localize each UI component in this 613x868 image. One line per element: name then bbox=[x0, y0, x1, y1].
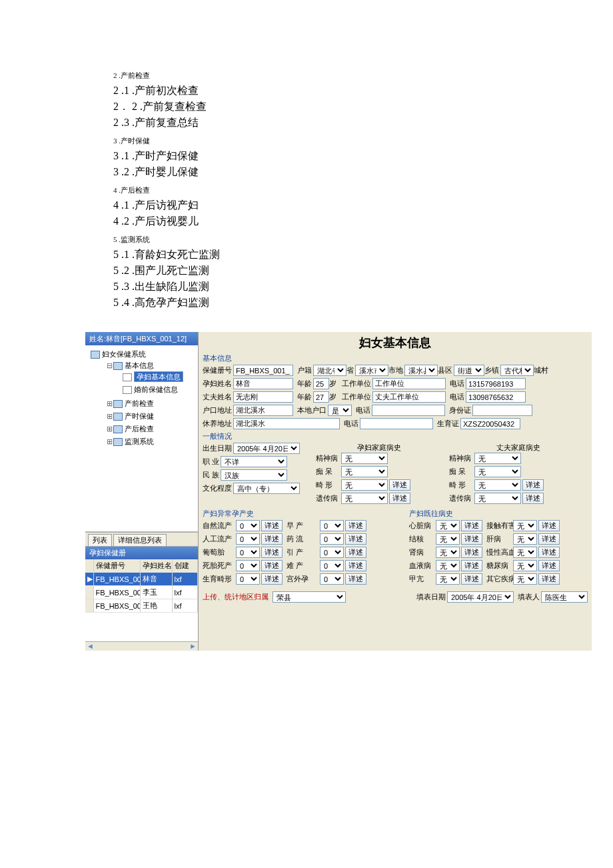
abnormal-select[interactable]: 0 bbox=[236, 520, 260, 531]
county-select[interactable]: 溪水县 bbox=[404, 365, 438, 376]
detail-button[interactable]: 详述 bbox=[538, 533, 560, 545]
detail-button[interactable]: 详述 bbox=[461, 573, 482, 585]
detail-button[interactable]: 详述 bbox=[461, 533, 482, 545]
tree-pregnant-basic[interactable]: 孕妇基本信息 bbox=[120, 371, 195, 383]
nav-tree[interactable]: 妇女保健系统 ⊟基本信息 孕妇基本信息 婚前保健信息 ⊞产前检查 ⊞产时保健 ⊞… bbox=[85, 345, 198, 532]
medhist-select[interactable]: 无 bbox=[513, 520, 537, 531]
hkaddr-input[interactable] bbox=[233, 405, 293, 416]
table-row[interactable]: FB_HBXS_001王艳lxf bbox=[85, 599, 198, 613]
birth-select[interactable]: 2005年 4月20日 bbox=[233, 443, 300, 454]
tree-root[interactable]: 妇女保健系统 ⊟基本信息 孕妇基本信息 婚前保健信息 ⊞产前检查 ⊞产时保健 ⊞… bbox=[88, 348, 195, 449]
hered-p-detail-button[interactable]: 详述 bbox=[389, 493, 410, 504]
deform-p-detail-button[interactable]: 详述 bbox=[389, 479, 410, 491]
h-scrollbar[interactable]: ◄ ► bbox=[85, 641, 198, 651]
detail-button[interactable]: 详述 bbox=[261, 573, 283, 585]
detail-button[interactable]: 详述 bbox=[345, 547, 366, 558]
medhist-select[interactable]: 无 bbox=[513, 560, 537, 571]
hered-h-detail-button[interactable]: 详述 bbox=[522, 493, 544, 504]
medhist-select[interactable]: 无 bbox=[513, 533, 537, 545]
detail-button[interactable]: 详述 bbox=[538, 547, 560, 558]
tel1-input[interactable] bbox=[372, 405, 445, 416]
localhk-select[interactable]: 是 bbox=[328, 405, 352, 416]
detail-button[interactable]: 详述 bbox=[345, 573, 366, 585]
filldate-select[interactable]: 2005年 4月20日 bbox=[447, 591, 514, 603]
mental-h-select[interactable]: 无 bbox=[474, 453, 521, 464]
col-creator[interactable]: 创建 bbox=[172, 559, 198, 573]
medhist-select[interactable]: 无 bbox=[513, 547, 537, 558]
dull-h-select[interactable]: 无 bbox=[474, 466, 521, 477]
detail-button[interactable]: 详述 bbox=[538, 520, 560, 531]
deform-h-select[interactable]: 无 bbox=[474, 479, 521, 491]
detail-button[interactable]: 详述 bbox=[538, 560, 560, 571]
deform-p-select[interactable]: 无 bbox=[341, 479, 388, 491]
scroll-right-icon[interactable]: ► bbox=[189, 642, 197, 651]
abnormal-select[interactable]: 0 bbox=[320, 520, 344, 531]
table-row[interactable]: FB_HBXS_001李玉lxf bbox=[85, 586, 198, 599]
tree-intrapartum[interactable]: ⊞产时保健 bbox=[104, 410, 195, 423]
pname-input[interactable] bbox=[233, 378, 293, 389]
bookno-input[interactable] bbox=[233, 365, 293, 376]
tree-premarital[interactable]: 婚前保健信息 bbox=[120, 383, 195, 396]
tree-prenatal[interactable]: ⊞产前检查 bbox=[104, 397, 195, 410]
medhist-select[interactable]: 无 bbox=[513, 573, 537, 585]
scroll-left-icon[interactable]: ◄ bbox=[87, 642, 94, 651]
abnormal-select[interactable]: 0 bbox=[320, 547, 344, 558]
hage-input[interactable] bbox=[313, 391, 329, 403]
abnormal-select[interactable]: 0 bbox=[320, 573, 344, 585]
table-row[interactable]: ▶FB_HBXS_001林音lxf bbox=[85, 573, 198, 586]
tree-basic-info[interactable]: ⊟基本信息 孕妇基本信息 婚前保健信息 bbox=[104, 359, 195, 397]
detail-button[interactable]: 详述 bbox=[345, 520, 366, 531]
detail-button[interactable]: 详述 bbox=[461, 560, 482, 571]
pphone-input[interactable] bbox=[466, 378, 526, 389]
record-grid[interactable]: 保健册号 孕妇姓名 创建 ▶FB_HBXS_001林音lxfFB_HBXS_00… bbox=[85, 559, 198, 641]
workunit-input[interactable] bbox=[372, 378, 446, 389]
detail-button[interactable]: 详述 bbox=[461, 547, 482, 558]
hered-h-select[interactable]: 无 bbox=[474, 493, 521, 504]
edu-select[interactable]: 高中（专） bbox=[233, 483, 300, 494]
medhist-select[interactable]: 无 bbox=[436, 520, 460, 531]
abnormal-select[interactable]: 0 bbox=[236, 560, 260, 571]
tab-list[interactable]: 列表 bbox=[88, 534, 112, 546]
hname-input[interactable] bbox=[233, 391, 293, 403]
detail-button[interactable]: 详述 bbox=[538, 573, 560, 585]
col-bookno[interactable]: 保健册号 bbox=[93, 559, 140, 573]
hered-p-select[interactable]: 无 bbox=[341, 493, 388, 504]
abnormal-select[interactable]: 0 bbox=[320, 533, 344, 545]
deform-h-detail-button[interactable]: 详述 bbox=[522, 479, 544, 491]
village-select[interactable]: 古代村 bbox=[500, 365, 534, 376]
tree-monitor[interactable]: ⊞监测系统 bbox=[104, 435, 195, 448]
medhist-select[interactable]: 无 bbox=[436, 533, 460, 545]
hukou-prov-select[interactable]: 湖北省 bbox=[313, 365, 346, 376]
detail-button[interactable]: 详述 bbox=[261, 547, 283, 558]
abnormal-select[interactable]: 0 bbox=[236, 533, 260, 545]
tree-postnatal[interactable]: ⊞产后检查 bbox=[104, 423, 195, 435]
detail-button[interactable]: 详述 bbox=[345, 560, 366, 571]
medhist-select[interactable]: 无 bbox=[436, 547, 460, 558]
fertno-input[interactable] bbox=[460, 418, 520, 429]
medhist-select[interactable]: 无 bbox=[436, 560, 460, 571]
tab-detail-list[interactable]: 详细信息列表 bbox=[113, 534, 167, 546]
col-name[interactable]: 孕妇姓名 bbox=[140, 559, 172, 573]
dull-p-select[interactable]: 无 bbox=[341, 466, 388, 477]
nation-select[interactable]: 汉族 bbox=[221, 469, 287, 481]
tel2-input[interactable] bbox=[360, 418, 433, 429]
hworkunit-input[interactable] bbox=[372, 391, 446, 403]
job-select[interactable]: 不详 bbox=[221, 456, 287, 467]
city-select[interactable]: 溪水市 bbox=[355, 365, 388, 376]
filler-select[interactable]: 陈医生 bbox=[541, 591, 588, 603]
abnormal-select[interactable]: 0 bbox=[236, 573, 260, 585]
detail-button[interactable]: 详述 bbox=[261, 520, 283, 531]
detail-button[interactable]: 详述 bbox=[261, 560, 283, 571]
xyaddr-input[interactable] bbox=[233, 418, 340, 429]
page-input[interactable] bbox=[313, 378, 329, 389]
detail-button[interactable]: 详述 bbox=[345, 533, 366, 545]
abnormal-select[interactable]: 0 bbox=[236, 547, 260, 558]
hphone-input[interactable] bbox=[466, 391, 526, 403]
upload-region-select[interactable]: 荣县 bbox=[273, 591, 346, 603]
detail-button[interactable]: 详述 bbox=[461, 520, 482, 531]
mental-p-select[interactable]: 无 bbox=[341, 453, 388, 464]
street-select[interactable]: 街道1 bbox=[454, 365, 484, 376]
detail-button[interactable]: 详述 bbox=[261, 533, 283, 545]
idcard-input[interactable] bbox=[472, 405, 532, 416]
abnormal-select[interactable]: 0 bbox=[320, 560, 344, 571]
